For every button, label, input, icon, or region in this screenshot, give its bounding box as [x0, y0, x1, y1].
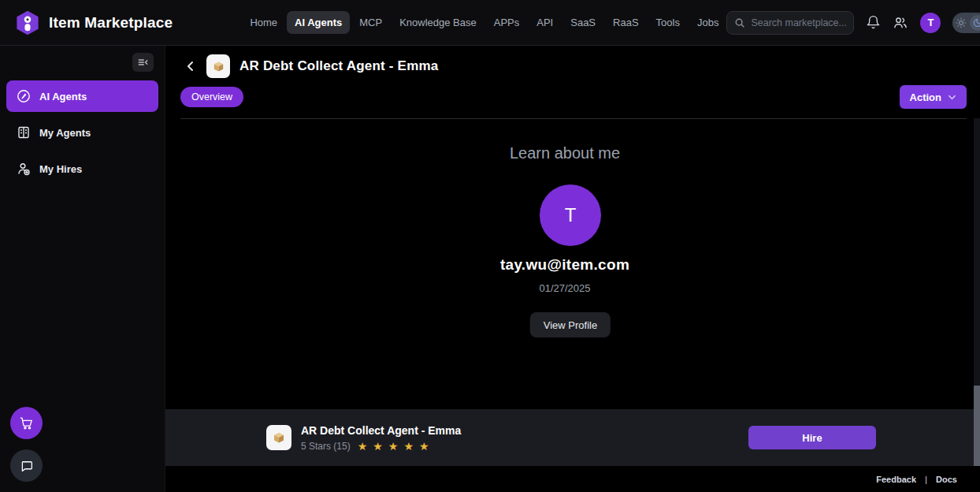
nav-item-knowledge-base[interactable]: Knowledge Base	[392, 11, 484, 34]
sidebar: AI Agents My Agents	[0, 46, 165, 492]
chat-button[interactable]	[10, 449, 43, 482]
profile-date: 01/27/2025	[165, 282, 964, 294]
sidebar-item-my-agents[interactable]: My Agents	[6, 117, 158, 148]
learn-about-me-heading: Learn about me	[165, 144, 964, 162]
chevron-down-icon	[948, 93, 956, 102]
sidebar-item-my-hires[interactable]: My Hires	[6, 153, 158, 184]
nav-item-saas[interactable]: SaaS	[562, 11, 603, 34]
profile-email: tay.wu@item.com	[165, 256, 964, 274]
footer-separator: |	[925, 475, 927, 484]
rating-row: 5 Stars (15) ★ ★ ★ ★ ★	[301, 441, 461, 452]
star-icon: ★	[403, 441, 414, 452]
sidebar-collapse-button[interactable]	[132, 53, 154, 72]
marketplace-logo-icon	[14, 9, 41, 36]
user-avatar[interactable]: T	[920, 13, 941, 33]
theme-toggle[interactable]	[952, 13, 980, 33]
users-icon[interactable]	[893, 15, 908, 31]
nav-item-home[interactable]: Home	[242, 11, 285, 34]
app-window: Item Marketplace Home AI Agents MCP Know…	[0, 0, 980, 492]
hire-bar-info: AR Debt Collect Agent - Emma 5 Stars (15…	[301, 424, 461, 452]
rating-text: 5 Stars (15)	[301, 441, 351, 452]
star-icon: ★	[419, 441, 429, 452]
top-navbar: Item Marketplace Home AI Agents MCP Know…	[0, 0, 980, 46]
primary-nav: Home AI Agents MCP Knowledge Base APPs A…	[242, 11, 726, 34]
sun-icon	[956, 17, 967, 28]
nav-item-raas[interactable]: RaaS	[605, 11, 647, 34]
star-icon: ★	[388, 441, 399, 452]
cart-icon	[19, 416, 34, 430]
agent-package-icon	[206, 54, 230, 78]
hire-bar-title: AR Debt Collect Agent - Emma	[301, 424, 461, 437]
sidebar-item-label: AI Agents	[39, 91, 87, 102]
hire-bar-package-icon	[266, 425, 291, 450]
nav-item-jobs[interactable]: Jobs	[689, 11, 726, 34]
header-divider	[180, 118, 967, 119]
agent-header: AR Debt Collect Agent - Emma	[184, 54, 438, 78]
profile-avatar: T	[540, 184, 601, 246]
person-plus-icon	[17, 162, 31, 176]
scrollbar-thumb[interactable]	[974, 386, 980, 466]
nav-item-tools[interactable]: Tools	[648, 11, 688, 34]
docs-link[interactable]: Docs	[936, 475, 957, 484]
page-title: AR Debt Collect Agent - Emma	[239, 58, 438, 74]
cart-button[interactable]	[10, 407, 43, 439]
back-button[interactable]	[184, 60, 197, 73]
sidebar-item-label: My Hires	[39, 163, 82, 175]
action-button-label: Action	[910, 91, 941, 103]
search-input[interactable]	[751, 17, 846, 28]
sidebar-item-ai-agents[interactable]: AI Agents	[6, 80, 158, 112]
search-icon	[734, 17, 745, 28]
hire-bar: AR Debt Collect Agent - Emma 5 Stars (15…	[165, 409, 974, 466]
brand[interactable]: Item Marketplace	[14, 9, 173, 36]
nav-item-api[interactable]: API	[529, 11, 561, 34]
moon-icon	[970, 15, 980, 31]
nav-item-mcp[interactable]: MCP	[351, 11, 390, 34]
action-button[interactable]: Action	[900, 85, 967, 109]
nav-item-apps[interactable]: APPs	[486, 11, 528, 34]
ai-agents-icon	[17, 89, 31, 103]
hire-button[interactable]: Hire	[748, 426, 876, 449]
page-footer: Feedback | Docs	[165, 466, 980, 492]
my-agents-grid-icon	[17, 125, 31, 140]
chat-bubble-icon	[20, 459, 34, 473]
feedback-link[interactable]: Feedback	[876, 475, 916, 484]
tab-overview[interactable]: Overview	[180, 87, 243, 107]
tab-row: Overview Action	[180, 85, 967, 109]
main-content: AR Debt Collect Agent - Emma Overview Ac…	[165, 46, 980, 492]
search-box[interactable]	[726, 11, 854, 35]
view-profile-button[interactable]: View Profile	[530, 312, 611, 337]
star-rating: ★ ★ ★ ★ ★	[358, 441, 429, 452]
sidebar-menu: AI Agents My Agents	[6, 80, 158, 184]
app-title: Item Marketplace	[49, 14, 173, 32]
scrollbar-track[interactable]	[974, 118, 980, 466]
topbar-right-group: T	[726, 11, 980, 35]
sidebar-item-label: My Agents	[39, 127, 91, 139]
notifications-bell-icon[interactable]	[866, 15, 881, 30]
star-icon: ★	[373, 441, 383, 452]
star-icon: ★	[358, 441, 368, 452]
nav-item-ai-agents[interactable]: AI Agents	[287, 11, 350, 34]
